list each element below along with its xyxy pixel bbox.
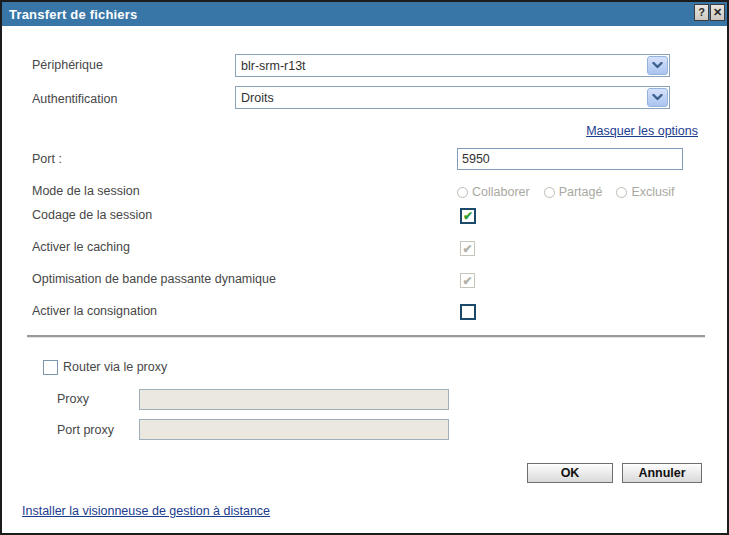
titlebar-buttons: ? ✕ — [694, 4, 725, 21]
proxy-port-input — [139, 419, 449, 440]
checkmark-icon: ✔ — [462, 275, 472, 287]
titlebar: Transfert de fichiers ? ✕ — [2, 2, 727, 26]
port-label: Port : — [32, 152, 62, 166]
help-icon[interactable]: ? — [694, 4, 709, 21]
proxy-port-label: Port proxy — [57, 423, 114, 437]
ok-button[interactable]: OK — [527, 463, 613, 483]
bandwidth-optimization-checkbox: ✔ — [460, 273, 475, 288]
device-select[interactable]: blr-srm-r13t — [235, 54, 670, 77]
file-transfer-dialog: Transfert de fichiers ? ✕ Périphérique b… — [0, 0, 729, 535]
enable-caching-label: Activer le caching — [32, 240, 130, 254]
radio-icon — [544, 187, 555, 198]
radio-icon — [616, 187, 627, 198]
radio-exclusive: Exclusif — [616, 185, 674, 199]
enable-logging-checkbox[interactable] — [460, 304, 476, 320]
device-selected-value: blr-srm-r13t — [236, 59, 647, 73]
chevron-down-icon[interactable] — [647, 88, 668, 107]
checkmark-icon: ✔ — [462, 243, 472, 255]
route-via-proxy-label: Router via le proxy — [63, 360, 167, 374]
enable-caching-checkbox: ✔ — [460, 241, 475, 256]
checkmark-icon: ✔ — [463, 210, 473, 222]
install-viewer-link[interactable]: Installer la visionneuse de gestion à di… — [22, 504, 270, 518]
radio-exclusive-label: Exclusif — [631, 185, 674, 199]
radio-collaborate-label: Collaborer — [472, 185, 530, 199]
radio-collaborate: Collaborer — [457, 185, 530, 199]
radio-shared-label: Partagé — [559, 185, 603, 199]
route-via-proxy-checkbox[interactable] — [43, 360, 58, 375]
session-mode-radio-group: Collaborer Partagé Exclusif — [457, 185, 675, 199]
radio-shared: Partagé — [544, 185, 603, 199]
auth-select[interactable]: Droits — [235, 86, 670, 109]
auth-selected-value: Droits — [236, 91, 647, 105]
enable-logging-label: Activer la consignation — [32, 304, 157, 318]
radio-icon — [457, 187, 468, 198]
proxy-label: Proxy — [57, 392, 89, 406]
session-encoding-checkbox[interactable]: ✔ — [460, 208, 476, 224]
device-label: Périphérique — [32, 58, 103, 72]
session-encoding-label: Codage de la session — [32, 208, 152, 222]
dialog-title: Transfert de fichiers — [2, 7, 137, 22]
bandwidth-optimization-label: Optimisation de bande passante dynamique — [32, 272, 276, 286]
session-mode-label: Mode de la session — [32, 184, 140, 198]
chevron-down-icon[interactable] — [647, 56, 668, 75]
section-divider — [27, 335, 705, 338]
proxy-input — [139, 389, 449, 410]
port-input[interactable] — [457, 148, 683, 170]
cancel-button[interactable]: Annuler — [622, 463, 702, 483]
close-icon[interactable]: ✕ — [710, 4, 725, 21]
auth-label: Authentification — [32, 92, 117, 106]
hide-options-link[interactable]: Masquer les options — [586, 124, 698, 138]
